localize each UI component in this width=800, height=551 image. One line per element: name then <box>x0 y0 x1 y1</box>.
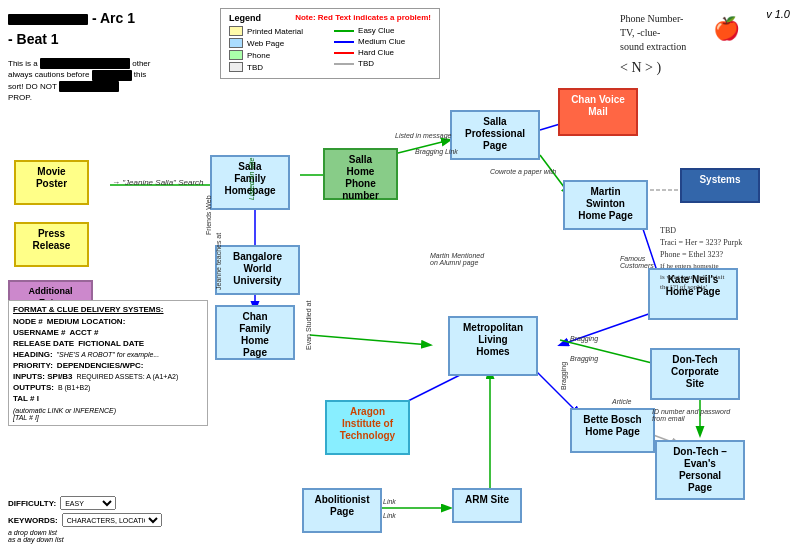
legend-tbd-arr: TBD <box>334 59 431 68</box>
don-tech-corp-label: Don-TechCorporateSite <box>671 354 719 389</box>
legend-note: Note: Red Text indicates a problem! <box>295 13 431 23</box>
bangalore-node[interactable]: BangaloreWorldUniversity <box>215 245 300 295</box>
legend-printed: Printed Material <box>229 26 326 36</box>
chan-voicemail-node[interactable]: Chan VoiceMail <box>558 88 638 136</box>
form-auto-note: (automatic LINK or INFERENCE)[TAL # I] <box>13 407 203 421</box>
bette-bosch-label: Bette BoschHome Page <box>583 414 641 437</box>
svg-line-9 <box>310 335 430 345</box>
don-tech-evan-node[interactable]: Don-Tech –Evan'sPersonalPage <box>655 440 745 500</box>
salla-professional-node[interactable]: SallaProfessionalPage <box>450 110 540 160</box>
arm-site-node[interactable]: ARM Site <box>452 488 522 523</box>
form-date-row: RELEASE DATE FICTIONAL DATE <box>13 339 203 348</box>
legend-title-text: Legend <box>229 13 261 23</box>
martin-swinton-node[interactable]: MartinSwintonHome Page <box>563 180 648 230</box>
phone-label: Phone <box>247 51 270 60</box>
jeanne-teaches-label: Jeanne teaches at <box>215 233 222 290</box>
friends-web-label: Friends Web <box>205 195 212 235</box>
keywords-select[interactable]: CHARACTERS, LOCATIONS... <box>62 513 162 527</box>
systems-label: Systems <box>699 174 740 185</box>
chan-homepage-node[interactable]: ChanFamilyHomePage <box>215 305 295 360</box>
salla-phone-label: SallaHomePhonenumber <box>342 154 379 201</box>
aragon-node[interactable]: AragonInstitute ofTechnology <box>325 400 410 455</box>
legend-arrows: Easy Clue Medium Clue Hard Clue TBD <box>334 26 431 74</box>
priority-label: PRIORITY: <box>13 361 53 370</box>
salla-phone-node[interactable]: SallaHomePhonenumber <box>323 148 398 200</box>
acct-label: ACCT # <box>69 328 98 337</box>
node-label: NODE # <box>13 317 43 326</box>
cowrote-annotation: Cowrote a paper with <box>490 168 556 175</box>
arc-label: - Arc 1 <box>92 10 135 26</box>
movie-poster-node[interactable]: MoviePoster <box>14 160 89 205</box>
bragging2-annotation: Bragging <box>570 355 598 362</box>
don-tech-corp-node[interactable]: Don-TechCorporateSite <box>650 348 740 400</box>
bragging-link-annotation: Bragging Link <box>415 148 458 155</box>
bangalore-label: BangaloreWorldUniversity <box>233 251 282 286</box>
arc-title: - Arc 1 - Beat 1 <box>8 8 135 50</box>
handwritten-notes: Phone Number- TV, -clue- sound extractio… <box>620 12 740 78</box>
press-release-label: PressRelease <box>33 228 71 251</box>
tbd-mat-icon <box>229 62 243 72</box>
legend-tbd-mat: TBD <box>229 62 326 72</box>
legend-title: Legend Note: Red Text indicates a proble… <box>229 13 431 23</box>
difficulty-row: DIFFICULTY: EASY MEDIUM HARD EXTREME <box>8 496 208 510</box>
description-text: This is a other always cautions before t… <box>8 58 193 103</box>
metropolitan-node[interactable]: MetropolitanLivingHomes <box>448 316 538 376</box>
chan-homepage-label: ChanFamilyHomePage <box>239 311 271 358</box>
evan-studied-label: Evan Studied at <box>305 301 312 350</box>
legend-box: Legend Note: Red Text indicates a proble… <box>220 8 440 79</box>
inputs-label: INPUTS: SPI/B3 <box>13 372 73 381</box>
form-tal-row: TAL # I <box>13 394 203 403</box>
aragon-label: AragonInstitute ofTechnology <box>340 406 395 441</box>
martin-mentioned-annotation: Martin Mentionedon Alumni page <box>430 252 484 266</box>
don-tech-evan-label: Don-Tech –Evan'sPersonalPage <box>673 446 727 493</box>
legend-phone: Phone <box>229 50 326 60</box>
required-assets-label: REQUIRED ASSETS: A (A1+A2) <box>77 373 179 380</box>
as-day-note: as a day down list <box>8 536 208 543</box>
systems-node[interactable]: Systems <box>680 168 760 203</box>
web-label: Web Page <box>247 39 284 48</box>
keywords-row: KEYWORDS: CHARACTERS, LOCATIONS... <box>8 513 208 527</box>
article-annotation: Article <box>612 398 631 405</box>
legend-materials: Printed Material Web Page Phone TBD <box>229 26 326 74</box>
arm-site-label: ARM Site <box>465 494 509 505</box>
link1-annotation: Link <box>383 498 396 505</box>
listed-on-site-annotation: Listed on Site <box>248 140 255 200</box>
form-inputs-row: INPUTS: SPI/B3 REQUIRED ASSETS: A (A1+A2… <box>13 372 203 381</box>
version-label: v 1.0 <box>766 8 790 20</box>
easy-label: Easy Clue <box>358 26 394 35</box>
abolitionist-node[interactable]: AbolitionistPage <box>302 488 382 533</box>
difficulty-select[interactable]: EASY MEDIUM HARD EXTREME <box>60 496 116 510</box>
right-notes: TBD Traci = Her = 323? Purpk Phone = Eth… <box>660 225 790 293</box>
chan-voicemail-label: Chan VoiceMail <box>571 94 625 117</box>
bragging1-annotation: Bragging <box>570 335 598 342</box>
form-outputs-row: OUTPUTS: B (B1+B2) <box>13 383 203 392</box>
medium-label: Medium Clue <box>358 37 405 46</box>
metropolitan-label: MetropolitanLivingHomes <box>463 322 523 357</box>
martin-swinton-label: MartinSwintonHome Page <box>578 186 632 221</box>
tbd-mat-label: TBD <box>247 63 263 72</box>
printed-icon <box>229 26 243 36</box>
id-password-annotation: ID number and passwordfrom email <box>652 408 730 422</box>
hard-label: Hard Clue <box>358 48 394 57</box>
outputs-detail: B (B1+B2) <box>58 384 91 391</box>
form-heading-row: HEADING: "SHE'S A ROBOT" for example... <box>13 350 203 359</box>
format-title: FORMAT & CLUE DELIVERY SYSTEMS: <box>13 305 203 314</box>
legend-hard: Hard Clue <box>334 48 431 57</box>
form-priority-row: PRIORITY: DEPENDENCIES/WPC: <box>13 361 203 370</box>
jeanine-search-annotation: → "Jeanine Salla" Search <box>112 178 204 187</box>
medium-label: MEDIUM LOCATION: <box>47 317 126 326</box>
listed-message-annotation: Listed in message <box>395 132 451 139</box>
bette-bosch-node[interactable]: Bette BoschHome Page <box>570 408 655 453</box>
press-release-node[interactable]: PressRelease <box>14 222 89 267</box>
outputs-label: OUTPUTS: <box>13 383 54 392</box>
form-node-row: NODE # MEDIUM LOCATION: <box>13 317 203 326</box>
legend-medium: Medium Clue <box>334 37 431 46</box>
printed-label: Printed Material <box>247 27 303 36</box>
salla-professional-label: SallaProfessionalPage <box>465 116 525 151</box>
form-username-row: USERNAME # ACCT # <box>13 328 203 337</box>
heading-example: "SHE'S A ROBOT" for example... <box>57 351 160 358</box>
dropdown-note: a drop down list <box>8 529 208 536</box>
link2-annotation: Link <box>383 512 396 519</box>
famous-customers-annotation: FamousCustomers <box>620 255 654 269</box>
difficulty-label: DIFFICULTY: <box>8 499 56 508</box>
